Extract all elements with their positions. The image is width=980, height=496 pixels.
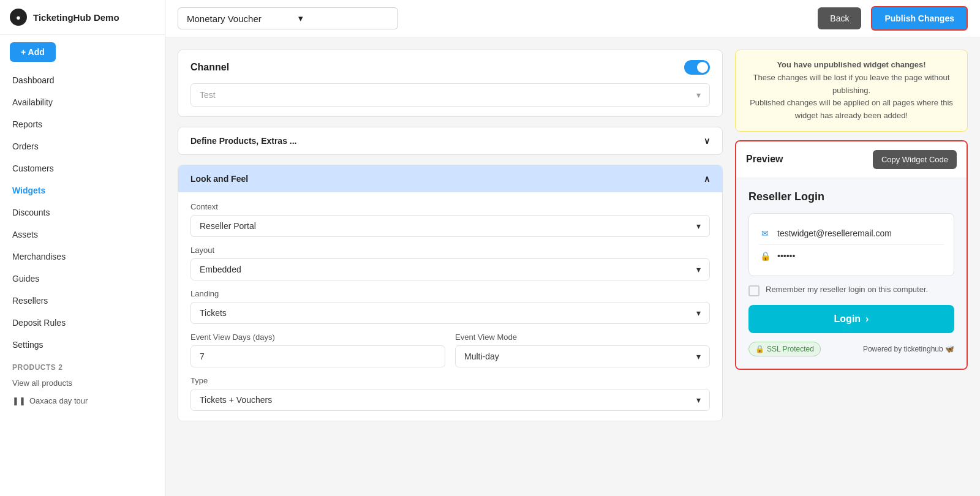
reseller-login-title: Reseller Login xyxy=(748,190,954,203)
chevron-down-icon: ∨ xyxy=(704,136,710,146)
look-feel-header[interactable]: Look and Feel ∧ xyxy=(178,165,722,192)
publish-button[interactable]: Publish Changes xyxy=(871,6,968,31)
preview-header: Preview Copy Widget Code xyxy=(736,141,967,178)
event-view-days-label: Event View Days (days) xyxy=(190,333,445,342)
event-view-mode-select[interactable]: Multi-day ▾ xyxy=(455,345,710,367)
type-field: Type Tickets + Vouchers ▾ xyxy=(190,376,710,411)
channel-header: Channel xyxy=(190,60,710,75)
define-section-header[interactable]: Define Products, Extras ... ∨ xyxy=(178,127,722,154)
arrow-right-icon: › xyxy=(865,314,869,325)
password-field-display: 🔒 •••••• xyxy=(759,245,944,267)
sidebar-sub-view-all[interactable]: View all products xyxy=(0,374,165,392)
context-label: Context xyxy=(190,202,710,211)
voucher-selector[interactable]: Monetary Voucher ▾ xyxy=(178,7,398,29)
channel-card: Channel Test ▾ xyxy=(178,50,723,117)
event-view-days-field: Event View Days (days) xyxy=(190,333,445,367)
right-panel: You have unpublished widget changes! The… xyxy=(735,50,968,484)
preview-body: Reseller Login ✉ testwidget@reselleremai… xyxy=(736,178,967,369)
nav-deposit-rules[interactable]: Deposit Rules xyxy=(0,312,165,334)
warning-line3: Published changes will be applied on all… xyxy=(747,97,956,122)
landing-select[interactable]: Tickets ▾ xyxy=(190,302,710,324)
nav-dashboard[interactable]: Dashboard xyxy=(0,69,165,91)
topbar: Monetary Voucher ▾ Back Publish Changes xyxy=(165,0,980,37)
context-select[interactable]: Reseller Portal ▾ xyxy=(190,215,710,237)
back-button[interactable]: Back xyxy=(818,7,861,29)
login-form-box: ✉ testwidget@reselleremail.com 🔒 •••••• xyxy=(748,213,954,276)
event-view-mode-field: Event View Mode Multi-day ▾ xyxy=(455,333,710,367)
products-section-label: Products 2 xyxy=(0,356,165,374)
lock-icon: 🔒 xyxy=(759,250,771,262)
landing-dropdown-icon: ▾ xyxy=(696,308,701,318)
look-feel-body: Context Reseller Portal ▾ Layout Embedde… xyxy=(178,192,722,421)
sidebar-sub-oaxaca[interactable]: ❚❚ Oaxaca day tour xyxy=(0,392,165,410)
chevron-up-icon: ∧ xyxy=(704,174,710,184)
nav-settings[interactable]: Settings xyxy=(0,334,165,356)
logo-icon: ● xyxy=(10,9,27,26)
warning-line1: You have unpublished widget changes! xyxy=(747,59,956,72)
nav-guides[interactable]: Guides xyxy=(0,268,165,290)
warning-box: You have unpublished widget changes! The… xyxy=(735,50,968,132)
landing-field: Landing Tickets ▾ xyxy=(190,289,710,324)
main-content: Monetary Voucher ▾ Back Publish Changes … xyxy=(165,0,980,496)
nav-merchandises[interactable]: Merchandises xyxy=(0,246,165,268)
email-icon: ✉ xyxy=(759,227,771,239)
event-view-mode-label: Event View Mode xyxy=(455,333,710,342)
app-logo: ● TicketingHub Demo xyxy=(0,0,165,35)
layout-dropdown-icon: ▾ xyxy=(696,265,701,274)
nav-orders[interactable]: Orders xyxy=(0,135,165,157)
content-area: Channel Test ▾ Define Products, Extras .… xyxy=(165,37,980,496)
define-section: Define Products, Extras ... ∨ xyxy=(178,127,723,155)
dropdown-icon: ▾ xyxy=(298,13,303,24)
left-panel: Channel Test ▾ Define Products, Extras .… xyxy=(178,50,723,484)
look-feel-section: Look and Feel ∧ Context Reseller Portal … xyxy=(178,165,723,421)
nav-customers[interactable]: Customers xyxy=(0,157,165,179)
nav-widgets[interactable]: Widgets xyxy=(0,179,165,201)
channel-dropdown[interactable]: Test ▾ xyxy=(190,83,710,107)
layout-field: Layout Embedded ▾ xyxy=(190,246,710,280)
login-button[interactable]: Login › xyxy=(748,305,954,333)
nav-reports[interactable]: Reports xyxy=(0,113,165,135)
type-select[interactable]: Tickets + Vouchers ▾ xyxy=(190,389,710,411)
shield-icon: 🔒 xyxy=(755,345,764,353)
type-dropdown-icon: ▾ xyxy=(696,395,701,405)
pause-icon: ❚❚ xyxy=(12,396,26,405)
app-name: TicketingHub Demo xyxy=(33,12,119,23)
context-field: Context Reseller Portal ▾ xyxy=(190,202,710,237)
warning-line2: These changes will be lost if you leave … xyxy=(747,72,956,97)
event-view-mode-dropdown-icon: ▾ xyxy=(696,351,701,361)
remember-checkbox[interactable] xyxy=(748,285,760,296)
channel-dropdown-icon: ▾ xyxy=(696,90,701,100)
email-field-display: ✉ testwidget@reselleremail.com xyxy=(759,222,944,245)
remember-row: Remember my reseller login on this compu… xyxy=(748,285,954,296)
powered-by: Powered by ticketinghub 🦋 xyxy=(863,345,954,353)
event-view-row: Event View Days (days) Event View Mode M… xyxy=(190,333,710,367)
type-label: Type xyxy=(190,376,710,385)
sidebar: ● TicketingHub Demo + Add Dashboard Avai… xyxy=(0,0,165,496)
layout-select[interactable]: Embedded ▾ xyxy=(190,258,710,280)
nav-assets[interactable]: Assets xyxy=(0,224,165,246)
remember-text: Remember my reseller login on this compu… xyxy=(766,285,928,294)
layout-label: Layout xyxy=(190,246,710,255)
ssl-badge: 🔒 SSL Protected xyxy=(748,342,821,356)
nav-discounts[interactable]: Discounts xyxy=(0,201,165,224)
channel-toggle[interactable] xyxy=(684,60,710,75)
event-view-days-input[interactable] xyxy=(190,345,445,367)
preview-footer: 🔒 SSL Protected Powered by ticketinghub … xyxy=(748,342,954,356)
context-dropdown-icon: ▾ xyxy=(696,221,701,231)
channel-title: Channel xyxy=(190,62,229,73)
landing-label: Landing xyxy=(190,289,710,298)
copy-widget-button[interactable]: Copy Widget Code xyxy=(873,150,957,169)
add-button[interactable]: + Add xyxy=(10,42,56,62)
nav-availability[interactable]: Availability xyxy=(0,91,165,113)
nav-resellers[interactable]: Resellers xyxy=(0,290,165,312)
ticketinghub-icon: 🦋 xyxy=(945,345,954,353)
preview-card: Preview Copy Widget Code Reseller Login … xyxy=(735,140,968,370)
preview-title: Preview xyxy=(746,154,783,165)
